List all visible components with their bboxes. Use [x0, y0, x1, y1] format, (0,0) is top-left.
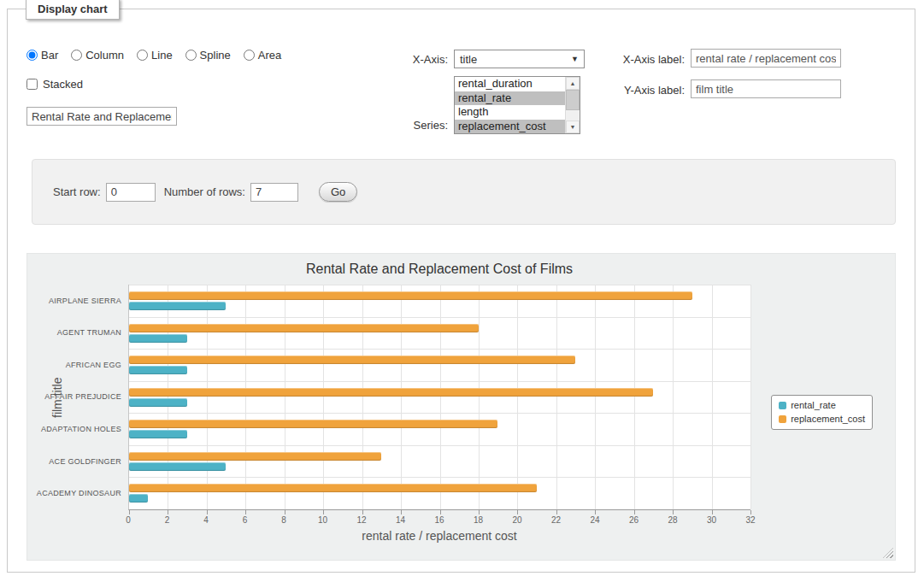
- x-tick-label: 2: [165, 515, 170, 525]
- x-axis-select[interactable]: title ▼: [454, 50, 585, 68]
- x-tick-label: 24: [590, 515, 599, 525]
- chart-type-radio-line[interactable]: [137, 50, 148, 61]
- legend-item-rental_rate[interactable]: rental_rate: [779, 400, 865, 410]
- stacked-option[interactable]: Stacked: [26, 78, 83, 91]
- category-label: AIRPLANE SIERRA: [49, 297, 121, 305]
- scroll-down-icon[interactable]: ▼: [566, 121, 580, 133]
- chart-type-radio-area[interactable]: [244, 50, 255, 61]
- bar-replacement_cost: [129, 356, 575, 364]
- chart-type-label: Column: [85, 49, 124, 62]
- x-tick-label: 8: [281, 515, 286, 525]
- y-axis-label-input[interactable]: [691, 79, 841, 98]
- x-axis-select-value: title: [460, 53, 477, 66]
- chart-type-area[interactable]: Area: [244, 49, 281, 62]
- x-axis-select-label: X-Axis:: [384, 53, 448, 66]
- start-row-label: Start row:: [53, 185, 101, 198]
- bar-replacement_cost: [129, 484, 537, 492]
- x-tick-label: 4: [203, 515, 209, 525]
- x-tick-label: 18: [474, 515, 483, 525]
- panel-title: Display chart: [26, 0, 120, 20]
- chevron-down-icon: ▼: [571, 55, 579, 63]
- x-tick-label: 32: [745, 515, 755, 525]
- x-axis-label-label: X-Axis label:: [597, 53, 685, 66]
- num-rows-input[interactable]: [250, 183, 298, 202]
- series-list-label: Series:: [384, 119, 448, 132]
- category-label: AFRICAN EGG: [66, 361, 121, 369]
- bar-rental_rate: [129, 366, 187, 374]
- series-option-length[interactable]: length: [455, 105, 565, 120]
- chart-type-column[interactable]: Column: [71, 49, 124, 62]
- category-band: AIRPLANE SIERRA: [129, 285, 750, 317]
- chart-type-radio-spline[interactable]: [185, 50, 197, 61]
- tick-mark: [323, 510, 324, 514]
- bar-replacement_cost: [129, 324, 479, 332]
- category-band: AGENT TRUMAN: [129, 317, 750, 350]
- bar-replacement_cost: [129, 452, 381, 461]
- legend-label: rental_rate: [791, 400, 836, 410]
- chart-type-group: BarColumnLineSplineArea: [26, 49, 281, 62]
- category-band: ACADEMY DINOSAUR: [129, 477, 750, 509]
- stacked-checkbox[interactable]: [26, 79, 38, 90]
- scrollbar-thumb[interactable]: [566, 90, 580, 110]
- start-row-input[interactable]: [106, 183, 156, 202]
- scrollbar-track[interactable]: [566, 110, 580, 121]
- tick-mark: [362, 510, 363, 514]
- resize-handle-icon[interactable]: [883, 548, 893, 558]
- x-axis-label-input[interactable]: [691, 49, 841, 68]
- tick-mark: [673, 510, 674, 514]
- x-tick-label: 30: [707, 515, 716, 525]
- x-tick-label: 22: [551, 515, 561, 525]
- tick-mark: [401, 510, 402, 514]
- legend-swatch-icon: [779, 415, 786, 423]
- chart-type-line[interactable]: Line: [137, 49, 173, 62]
- bar-rental_rate: [129, 302, 226, 310]
- go-button[interactable]: Go: [319, 182, 357, 202]
- bar-rental_rate: [129, 334, 187, 343]
- chart-title: Rental Rate and Replacement Cost of Film…: [128, 262, 750, 277]
- series-options: rental_durationrental_ratelengthreplacem…: [455, 77, 565, 133]
- tick-mark: [595, 510, 596, 514]
- series-scrollbar[interactable]: ▲ ▼: [565, 77, 580, 133]
- chart-x-axis-title: rental rate / replacement cost: [128, 529, 750, 543]
- tick-mark: [517, 510, 518, 514]
- chart-type-spline[interactable]: Spline: [185, 49, 231, 62]
- tick-mark: [168, 510, 168, 514]
- chart-type-label: Area: [258, 49, 281, 62]
- tick-mark: [634, 510, 635, 514]
- x-tick-label: 0: [126, 515, 131, 525]
- tick-mark: [556, 510, 557, 514]
- bar-replacement_cost: [129, 388, 653, 397]
- category-label: ACADEMY DINOSAUR: [37, 489, 121, 497]
- x-tick-label: 10: [318, 515, 327, 525]
- legend-label: replacement_cost: [791, 414, 865, 424]
- bar-rental_rate: [129, 462, 226, 471]
- chart-type-label: Line: [151, 49, 173, 62]
- chart-title-input[interactable]: [26, 107, 177, 126]
- bar-replacement_cost: [129, 291, 692, 300]
- x-tick-label: 16: [434, 515, 444, 525]
- legend-item-replacement_cost[interactable]: replacement_cost: [779, 414, 865, 424]
- tick-mark: [750, 510, 751, 514]
- tick-mark: [129, 510, 130, 514]
- scroll-up-icon[interactable]: ▲: [566, 77, 580, 90]
- tick-mark: [207, 510, 208, 514]
- series-option-rental_rate[interactable]: rental_rate: [455, 91, 565, 106]
- x-tick-label: 6: [243, 515, 248, 525]
- bar-replacement_cost: [129, 420, 497, 428]
- chart-type-radio-bar[interactable]: [26, 50, 38, 61]
- category-band: AFFAIR PREJUDICE: [129, 381, 750, 414]
- num-rows-label: Number of rows:: [164, 185, 245, 198]
- x-tick-label: 12: [356, 515, 366, 525]
- chart-type-bar[interactable]: Bar: [26, 49, 58, 62]
- chart-type-label: Bar: [41, 49, 58, 62]
- series-option-rental_duration[interactable]: rental_duration: [455, 77, 565, 91]
- y-axis-label-label: Y-Axis label:: [597, 84, 685, 97]
- series-option-replacement_cost[interactable]: replacement_cost: [455, 120, 565, 134]
- series-listbox: rental_durationrental_ratelengthreplacem…: [454, 76, 580, 134]
- category-band: ACE GOLDFINGER: [129, 445, 750, 478]
- category-label: AGENT TRUMAN: [57, 328, 121, 337]
- x-tick-label: 14: [396, 515, 405, 525]
- chart-type-radio-column[interactable]: [71, 50, 82, 61]
- tick-mark: [285, 510, 285, 514]
- x-axis-ticks: 02468101214161820222426283032: [128, 515, 750, 526]
